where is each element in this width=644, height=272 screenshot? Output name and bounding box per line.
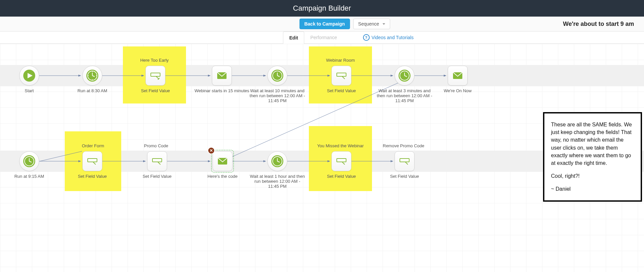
help-link[interactable]: ? Videos and Tutorials	[363, 34, 414, 41]
tab-performance[interactable]: Performance	[304, 32, 343, 43]
field-value-icon	[335, 69, 348, 82]
clock-icon	[271, 155, 284, 168]
annotation-note: These are all the SAME fields. We just k…	[543, 112, 642, 202]
sequence-dropdown[interactable]: Sequence	[353, 19, 390, 29]
node-label: Set Field Value	[373, 174, 436, 179]
sequence-canvas[interactable]: Here Too Early Webinar Room Order Form Y…	[0, 44, 644, 272]
timer-node[interactable]	[395, 66, 414, 86]
svg-rect-43	[152, 159, 162, 162]
node-title: Promo Code	[125, 143, 188, 148]
app-header: Campaign Builder	[0, 0, 644, 17]
clock-icon	[23, 155, 36, 168]
set-field-value-node[interactable]	[145, 66, 165, 86]
timer-node[interactable]	[19, 151, 39, 171]
play-icon	[23, 69, 36, 82]
node-label: Here's the code	[191, 174, 254, 179]
field-value-icon	[86, 155, 99, 168]
field-value-icon	[335, 155, 348, 168]
toolbar: Back to Campaign Sequence We're about to…	[0, 17, 644, 32]
zone-title: You Missed the Webinar	[309, 143, 372, 148]
back-to-campaign-button[interactable]: Back to Campaign	[299, 19, 350, 29]
help-icon: ?	[363, 34, 370, 41]
svg-rect-49	[337, 159, 346, 162]
email-icon	[216, 155, 229, 168]
tabs-bar: Edit Performance ? Videos and Tutorials	[0, 32, 644, 44]
set-field-value-node[interactable]	[82, 151, 102, 171]
clock-icon	[271, 69, 284, 82]
zone-title: Webinar Room	[309, 58, 372, 63]
node-label: We're On Now	[426, 88, 489, 93]
field-value-icon	[150, 155, 164, 168]
node-label: Wait at least 1 hour and then run betwee…	[249, 174, 306, 189]
email-node[interactable]	[448, 66, 468, 86]
field-value-icon	[149, 69, 162, 82]
timer-node[interactable]	[267, 66, 287, 86]
header-title: Campaign Builder	[293, 4, 351, 13]
set-field-value-node[interactable]	[147, 151, 167, 171]
zone-title: Here Too Early	[123, 58, 186, 63]
email-icon	[215, 69, 229, 82]
field-value-icon	[398, 155, 411, 168]
svg-rect-50	[400, 159, 409, 162]
delete-node-button[interactable]: ✕	[208, 147, 215, 154]
node-label: Webinar starts in 15 minutes	[190, 88, 253, 93]
email-node[interactable]	[213, 151, 232, 171]
node-label: Set Field Value	[124, 88, 187, 93]
node-label: Run at 8:30 AM	[61, 88, 124, 93]
start-node[interactable]	[19, 66, 39, 86]
timer-node[interactable]	[267, 151, 287, 171]
tab-edit[interactable]: Edit	[283, 32, 304, 44]
clock-icon	[398, 69, 411, 82]
set-field-value-node[interactable]	[331, 151, 351, 171]
node-label: Run at 9:15 AM	[0, 174, 61, 179]
svg-rect-32	[337, 73, 346, 76]
set-field-value-node[interactable]	[395, 151, 414, 171]
email-icon	[451, 69, 464, 82]
svg-rect-25	[151, 73, 160, 76]
node-label: Wait at least 10 minutes and then run be…	[249, 88, 306, 103]
timer-node[interactable]	[82, 66, 102, 86]
clock-icon	[86, 69, 99, 82]
email-node[interactable]	[212, 66, 232, 86]
node-label: Set Field Value	[310, 88, 373, 93]
zone-title: Order Form	[61, 143, 125, 148]
page-title: We're about to start 9 am	[563, 21, 634, 28]
set-field-value-node[interactable]	[331, 66, 351, 86]
node-label: Wait at least 3 minutes and then run bet…	[376, 88, 433, 103]
node-title: Remove Promo Code	[372, 143, 435, 148]
svg-rect-42	[88, 159, 97, 162]
node-label: Set Field Value	[126, 174, 189, 179]
node-label: Set Field Value	[61, 174, 124, 179]
node-label: Set Field Value	[310, 174, 373, 179]
chevron-down-icon	[382, 23, 385, 25]
node-label: Start	[0, 88, 61, 93]
